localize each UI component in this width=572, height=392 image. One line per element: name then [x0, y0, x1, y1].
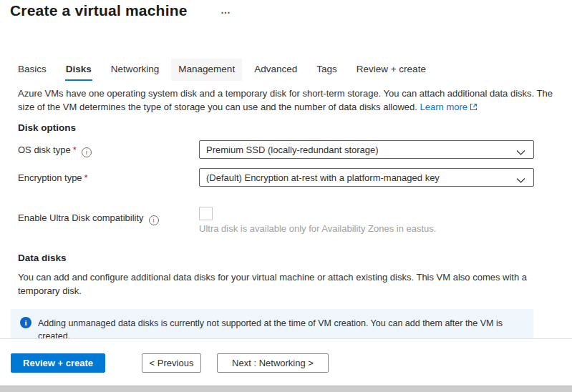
- tab-disks[interactable]: Disks: [59, 59, 99, 81]
- required-asterisk: *: [73, 144, 77, 155]
- info-circle-icon: i: [20, 317, 31, 328]
- os-disk-type-dropdown[interactable]: Premium SSD (locally-redundant storage): [199, 140, 534, 159]
- intro-text: Azure VMs have one operating system disk…: [18, 87, 563, 114]
- tab-management[interactable]: Management: [171, 59, 242, 81]
- next-networking-button[interactable]: Next : Networking >: [217, 353, 329, 373]
- tab-tags[interactable]: Tags: [309, 59, 344, 81]
- info-icon[interactable]: i: [82, 147, 92, 157]
- ultra-disk-label: Enable Ultra Disk compatibilityi: [18, 212, 159, 225]
- data-disks-heading: Data disks: [18, 253, 67, 263]
- external-link-icon: [470, 101, 478, 114]
- chevron-down-icon: [516, 175, 525, 186]
- create-vm-page: Create a virtual machine … Basics Disks …: [0, 0, 572, 392]
- tab-bar: Basics Disks Networking Management Advan…: [11, 59, 433, 81]
- encryption-type-dropdown[interactable]: (Default) Encryption at-rest with a plat…: [199, 168, 534, 187]
- tab-review-create[interactable]: Review + create: [349, 59, 433, 81]
- previous-button[interactable]: < Previous: [142, 353, 201, 373]
- disk-options-heading: Disk options: [18, 122, 76, 133]
- os-disk-type-label: OS disk type*i: [18, 144, 92, 157]
- tab-basics[interactable]: Basics: [11, 59, 54, 81]
- bottom-edge-bar: [0, 386, 572, 392]
- more-options-icon[interactable]: …: [220, 4, 231, 16]
- required-asterisk: *: [84, 172, 88, 183]
- review-create-button[interactable]: Review + create: [11, 353, 105, 373]
- tab-networking[interactable]: Networking: [104, 59, 167, 81]
- tab-advanced[interactable]: Advanced: [247, 59, 304, 81]
- ultra-disk-helper-text: Ultra disk is available only for Availab…: [199, 223, 436, 234]
- info-icon[interactable]: i: [149, 215, 159, 225]
- encryption-type-label: Encryption type*: [18, 172, 88, 183]
- learn-more-link[interactable]: Learn more: [420, 102, 478, 112]
- footer-bar: Review + create < Previous Next : Networ…: [0, 338, 572, 386]
- ultra-disk-checkbox[interactable]: [199, 207, 213, 220]
- page-title: Create a virtual machine: [10, 2, 188, 19]
- data-disks-description: You can add and configure additional dat…: [18, 270, 553, 298]
- chevron-down-icon: [516, 147, 525, 158]
